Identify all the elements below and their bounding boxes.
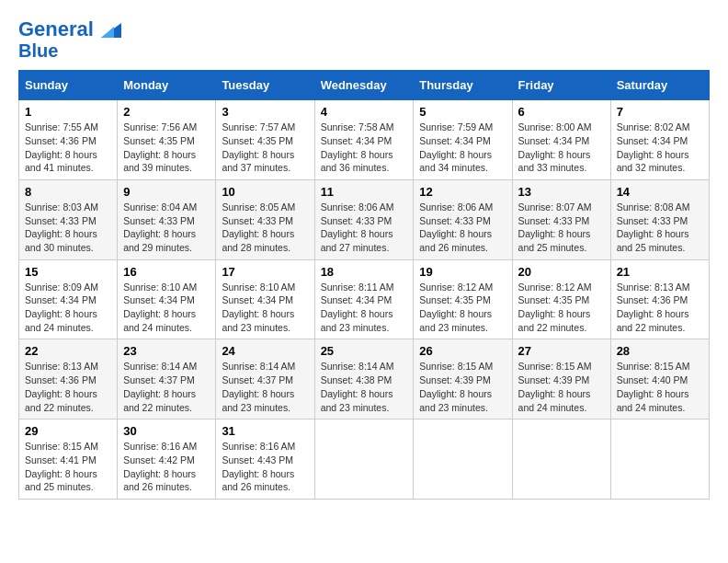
day-number: 14 [617, 185, 703, 199]
day-info: Sunrise: 7:57 AM Sunset: 4:35 PM Dayligh… [222, 121, 308, 175]
day-info: Sunrise: 8:14 AM Sunset: 4:37 PM Dayligh… [222, 360, 308, 414]
day-info: Sunrise: 8:10 AM Sunset: 4:34 PM Dayligh… [222, 281, 308, 335]
day-info: Sunrise: 8:07 AM Sunset: 4:33 PM Dayligh… [518, 201, 605, 255]
day-number: 8 [25, 185, 111, 199]
calendar-header-saturday: Saturday [610, 71, 709, 100]
day-info: Sunrise: 8:14 AM Sunset: 4:37 PM Dayligh… [123, 360, 210, 414]
day-number: 23 [123, 344, 210, 358]
calendar-cell: 3 Sunrise: 7:57 AM Sunset: 4:35 PM Dayli… [216, 100, 314, 180]
day-number: 18 [321, 265, 408, 279]
day-number: 22 [25, 344, 111, 358]
calendar-header-wednesday: Wednesday [314, 71, 414, 100]
calendar-header-friday: Friday [512, 71, 610, 100]
calendar-cell: 23 Sunrise: 8:14 AM Sunset: 4:37 PM Dayl… [118, 339, 216, 419]
calendar-cell [610, 419, 709, 500]
calendar-cell: 6 Sunrise: 8:00 AM Sunset: 4:34 PM Dayli… [512, 100, 610, 180]
calendar-header-thursday: Thursday [414, 71, 512, 100]
calendar-cell: 27 Sunrise: 8:15 AM Sunset: 4:39 PM Dayl… [512, 339, 610, 419]
logo-icon [101, 23, 121, 38]
day-info: Sunrise: 8:12 AM Sunset: 4:35 PM Dayligh… [518, 281, 605, 335]
day-info: Sunrise: 8:09 AM Sunset: 4:34 PM Dayligh… [25, 281, 111, 335]
header: General Blue [18, 18, 710, 61]
calendar-week-3: 15 Sunrise: 8:09 AM Sunset: 4:34 PM Dayl… [19, 259, 710, 339]
calendar: SundayMondayTuesdayWednesdayThursdayFrid… [18, 70, 710, 500]
day-number: 15 [25, 265, 111, 279]
day-number: 9 [123, 185, 210, 199]
calendar-cell: 22 Sunrise: 8:13 AM Sunset: 4:36 PM Dayl… [19, 339, 118, 419]
calendar-cell: 12 Sunrise: 8:06 AM Sunset: 4:33 PM Dayl… [414, 179, 512, 259]
day-number: 24 [222, 344, 308, 358]
day-info: Sunrise: 8:15 AM Sunset: 4:39 PM Dayligh… [518, 360, 605, 414]
day-info: Sunrise: 8:04 AM Sunset: 4:33 PM Dayligh… [123, 201, 210, 255]
day-info: Sunrise: 7:59 AM Sunset: 4:34 PM Dayligh… [419, 121, 506, 175]
calendar-cell: 4 Sunrise: 7:58 AM Sunset: 4:34 PM Dayli… [314, 100, 414, 180]
day-info: Sunrise: 7:55 AM Sunset: 4:36 PM Dayligh… [25, 121, 111, 175]
day-number: 12 [419, 185, 506, 199]
day-info: Sunrise: 8:06 AM Sunset: 4:33 PM Dayligh… [419, 201, 506, 255]
calendar-cell: 16 Sunrise: 8:10 AM Sunset: 4:34 PM Dayl… [118, 259, 216, 339]
calendar-cell: 13 Sunrise: 8:07 AM Sunset: 4:33 PM Dayl… [512, 179, 610, 259]
calendar-cell: 17 Sunrise: 8:10 AM Sunset: 4:34 PM Dayl… [216, 259, 314, 339]
day-info: Sunrise: 7:56 AM Sunset: 4:35 PM Dayligh… [123, 121, 210, 175]
day-info: Sunrise: 8:10 AM Sunset: 4:34 PM Dayligh… [123, 281, 210, 335]
day-info: Sunrise: 8:16 AM Sunset: 4:42 PM Dayligh… [123, 440, 210, 494]
day-info: Sunrise: 8:13 AM Sunset: 4:36 PM Dayligh… [25, 360, 111, 414]
day-info: Sunrise: 8:15 AM Sunset: 4:40 PM Dayligh… [617, 360, 703, 414]
logo-blue-text: Blue [18, 40, 58, 61]
calendar-cell: 14 Sunrise: 8:08 AM Sunset: 4:33 PM Dayl… [610, 179, 709, 259]
calendar-cell: 8 Sunrise: 8:03 AM Sunset: 4:33 PM Dayli… [19, 179, 118, 259]
calendar-cell: 29 Sunrise: 8:15 AM Sunset: 4:41 PM Dayl… [19, 419, 118, 500]
day-number: 10 [222, 185, 308, 199]
day-number: 26 [419, 344, 506, 358]
calendar-cell: 30 Sunrise: 8:16 AM Sunset: 4:42 PM Dayl… [118, 419, 216, 500]
day-info: Sunrise: 8:14 AM Sunset: 4:38 PM Dayligh… [321, 360, 408, 414]
day-number: 29 [25, 424, 111, 438]
calendar-header-monday: Monday [118, 71, 216, 100]
calendar-week-1: 1 Sunrise: 7:55 AM Sunset: 4:36 PM Dayli… [19, 100, 710, 180]
day-info: Sunrise: 8:08 AM Sunset: 4:33 PM Dayligh… [617, 201, 703, 255]
day-number: 30 [123, 424, 210, 438]
page-container: General Blue SundayMondayTuesdayWednesda… [18, 18, 710, 500]
day-number: 16 [123, 265, 210, 279]
day-info: Sunrise: 8:03 AM Sunset: 4:33 PM Dayligh… [25, 201, 111, 255]
day-number: 21 [617, 265, 703, 279]
day-number: 2 [123, 105, 210, 119]
calendar-week-2: 8 Sunrise: 8:03 AM Sunset: 4:33 PM Dayli… [19, 179, 710, 259]
day-number: 25 [321, 344, 408, 358]
day-info: Sunrise: 8:02 AM Sunset: 4:34 PM Dayligh… [617, 121, 703, 175]
day-number: 6 [518, 105, 605, 119]
calendar-cell: 26 Sunrise: 8:15 AM Sunset: 4:39 PM Dayl… [414, 339, 512, 419]
logo: General Blue [18, 18, 121, 61]
calendar-cell [512, 419, 610, 500]
day-number: 20 [518, 265, 605, 279]
day-info: Sunrise: 8:15 AM Sunset: 4:41 PM Dayligh… [25, 440, 111, 494]
calendar-cell: 28 Sunrise: 8:15 AM Sunset: 4:40 PM Dayl… [610, 339, 709, 419]
day-number: 11 [321, 185, 408, 199]
calendar-cell: 20 Sunrise: 8:12 AM Sunset: 4:35 PM Dayl… [512, 259, 610, 339]
day-number: 3 [222, 105, 308, 119]
calendar-cell: 25 Sunrise: 8:14 AM Sunset: 4:38 PM Dayl… [314, 339, 414, 419]
calendar-cell [314, 419, 414, 500]
calendar-week-5: 29 Sunrise: 8:15 AM Sunset: 4:41 PM Dayl… [19, 419, 710, 500]
calendar-header-sunday: Sunday [19, 71, 118, 100]
day-info: Sunrise: 8:15 AM Sunset: 4:39 PM Dayligh… [419, 360, 506, 414]
calendar-cell: 9 Sunrise: 8:04 AM Sunset: 4:33 PM Dayli… [118, 179, 216, 259]
calendar-header-tuesday: Tuesday [216, 71, 314, 100]
calendar-cell: 11 Sunrise: 8:06 AM Sunset: 4:33 PM Dayl… [314, 179, 414, 259]
day-number: 27 [518, 344, 605, 358]
calendar-cell: 2 Sunrise: 7:56 AM Sunset: 4:35 PM Dayli… [118, 100, 216, 180]
calendar-cell: 19 Sunrise: 8:12 AM Sunset: 4:35 PM Dayl… [414, 259, 512, 339]
calendar-cell: 15 Sunrise: 8:09 AM Sunset: 4:34 PM Dayl… [19, 259, 118, 339]
day-number: 19 [419, 265, 506, 279]
day-number: 31 [222, 424, 308, 438]
svg-marker-1 [101, 27, 114, 38]
day-info: Sunrise: 8:12 AM Sunset: 4:35 PM Dayligh… [419, 281, 506, 335]
day-info: Sunrise: 8:11 AM Sunset: 4:34 PM Dayligh… [321, 281, 408, 335]
calendar-week-4: 22 Sunrise: 8:13 AM Sunset: 4:36 PM Dayl… [19, 339, 710, 419]
calendar-cell: 5 Sunrise: 7:59 AM Sunset: 4:34 PM Dayli… [414, 100, 512, 180]
calendar-cell: 18 Sunrise: 8:11 AM Sunset: 4:34 PM Dayl… [314, 259, 414, 339]
day-number: 1 [25, 105, 111, 119]
day-number: 7 [617, 105, 703, 119]
calendar-header-row: SundayMondayTuesdayWednesdayThursdayFrid… [19, 71, 710, 100]
day-number: 13 [518, 185, 605, 199]
